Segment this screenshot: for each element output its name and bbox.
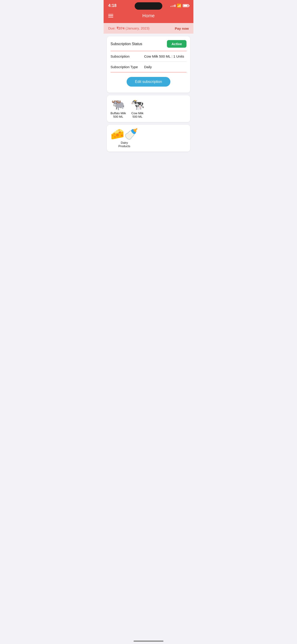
subscription-label: Subscription <box>110 54 140 58</box>
status-icons: 📶 <box>170 4 189 8</box>
buffalo-milk-item[interactable]: 🐃 Buffalo Milk500 ML <box>110 99 126 118</box>
edit-btn-container: Edit subscription <box>110 72 186 89</box>
edit-subscription-button[interactable]: Edit subscription <box>127 77 170 86</box>
dairy-products-card: 🧀🍼 DairyProducts <box>107 125 190 152</box>
subscription-header: Subscription Status Active <box>110 40 186 51</box>
active-badge: Active <box>167 40 186 48</box>
buffalo-icon: 🐃 <box>111 99 125 110</box>
pay-now-button[interactable]: Pay now <box>175 26 189 30</box>
spacer <box>107 154 190 168</box>
header: Home <box>104 10 194 23</box>
products-card: 🐃 Buffalo Milk500 ML 🐄 Cow Milk500 ML <box>107 95 190 122</box>
home-indicator <box>134 640 164 642</box>
cow-icon: 🐄 <box>130 99 144 110</box>
subscription-row: Subscription Cow Milk 500 ML : 1 Units <box>110 51 186 62</box>
wifi-icon: 📶 <box>177 4 182 8</box>
subscription-type-row: Subscription Type Daily <box>110 62 186 72</box>
due-label: Due: <box>108 26 116 30</box>
subscription-status-label: Subscription Status <box>110 42 142 46</box>
cow-milk-label: Cow Milk500 ML <box>132 112 144 118</box>
dairy-products-item[interactable]: 🧀🍼 DairyProducts <box>110 128 138 148</box>
menu-line-1 <box>108 14 113 15</box>
buffalo-milk-label: Buffalo Milk500 ML <box>110 112 126 118</box>
due-banner: Due: ₹374 (January, 2023) Pay now <box>104 23 194 34</box>
menu-line-2 <box>108 16 113 16</box>
battery-icon <box>183 4 189 7</box>
products-grid: 🐃 Buffalo Milk500 ML 🐄 Cow Milk500 ML <box>110 99 186 118</box>
cow-milk-item[interactable]: 🐄 Cow Milk500 ML <box>130 99 144 118</box>
subscription-type-value: Daily <box>144 65 152 69</box>
dairy-products-label: DairyProducts <box>118 141 130 148</box>
due-info: Due: ₹374 (January, 2023) <box>108 26 150 30</box>
due-amount: ₹374 <box>116 26 124 30</box>
dairy-icon: 🧀🍼 <box>110 128 138 140</box>
subscription-type-label: Subscription Type <box>110 65 140 69</box>
main-content: Subscription Status Active Subscription … <box>104 34 194 171</box>
status-bar: 4:18 📶 <box>104 0 194 10</box>
notch <box>135 2 162 10</box>
signal-icon <box>170 4 176 7</box>
due-period: (January, 2023) <box>126 26 150 30</box>
menu-line-3 <box>108 17 113 18</box>
subscription-value: Cow Milk 500 ML : 1 Units <box>144 54 184 58</box>
status-time: 4:18 <box>108 3 116 8</box>
subscription-card: Subscription Status Active Subscription … <box>107 36 190 92</box>
menu-icon[interactable] <box>108 14 113 18</box>
page-title: Home <box>142 13 154 18</box>
